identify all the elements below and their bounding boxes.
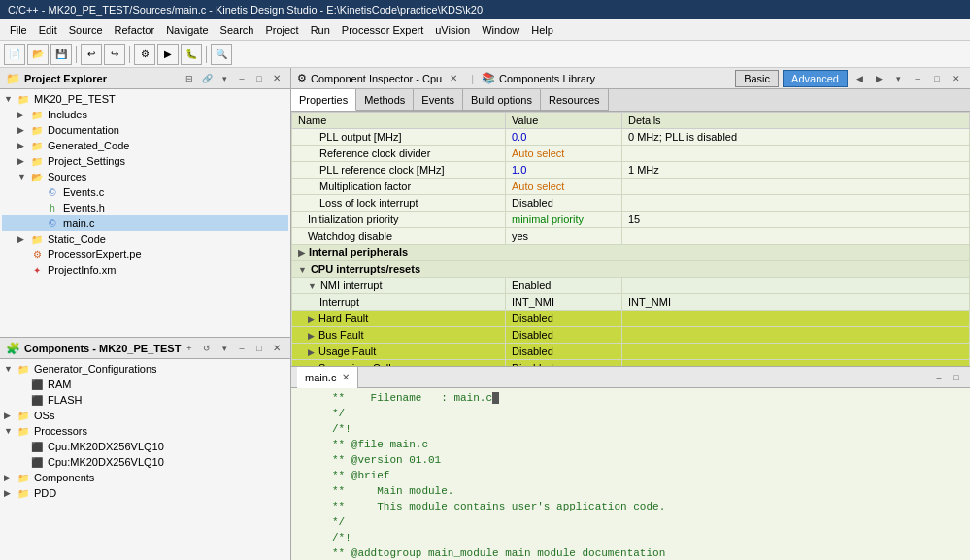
components-tree[interactable]: ▼ 📁 Generator_Configurations ⬛ RAM ⬛ FLA… [0, 359, 290, 560]
toolbar-redo[interactable]: ↪ [104, 44, 125, 65]
tree-project-settings[interactable]: ▶ 📁 Project_Settings [2, 153, 288, 169]
inspector-nav-prev[interactable]: ◀ [852, 71, 867, 86]
components-max-icon[interactable]: □ [251, 341, 267, 356]
menu-file[interactable]: File [4, 22, 33, 38]
comp-gen-config[interactable]: ▼ 📁 Generator_Configurations [2, 361, 288, 377]
collapse-all-icon[interactable]: ⊟ [182, 71, 197, 86]
pdd-label: PDD [34, 487, 56, 499]
menu-source[interactable]: Source [63, 22, 109, 38]
components-folder-icon: 📁 [16, 471, 31, 484]
hard-fault-value[interactable]: Disabled [506, 311, 622, 327]
internal-peripherals-name[interactable]: ▶Internal peripherals [292, 245, 970, 261]
components-close-icon[interactable]: ✕ [269, 341, 284, 356]
tree-main-c[interactable]: © main.c [2, 215, 288, 231]
inspector-menu[interactable]: ▾ [890, 71, 906, 86]
nmi-sub-interrupt-value[interactable]: INT_NMI [506, 294, 622, 311]
tree-includes[interactable]: ▶ 📁 Includes [2, 107, 288, 122]
menu-navigate[interactable]: Navigate [160, 22, 214, 38]
line-num-5 [295, 468, 324, 483]
components-view-icon[interactable]: ▾ [217, 341, 232, 356]
comp-pdd[interactable]: ▶ 📁 PDD [2, 485, 288, 501]
cpu-interrupts-name[interactable]: ▼CPU interrupts/resets [292, 261, 970, 278]
loss-lock-value[interactable]: Disabled [506, 195, 622, 212]
components-refresh-icon[interactable]: ↺ [199, 341, 215, 356]
components-min-icon[interactable]: – [234, 341, 250, 356]
nmi-interrupt-name[interactable]: ▼NMI interrupt [292, 278, 506, 294]
project-tree[interactable]: ▼ 📁 MK20_PE_TEST ▶ 📁 Includes ▶ 📁 Docume… [0, 89, 290, 337]
tab-methods[interactable]: Methods [356, 89, 414, 111]
usage-fault-name[interactable]: ▶Usage Fault [292, 344, 506, 360]
menu-run[interactable]: Run [305, 22, 336, 38]
toolbar-debug[interactable]: 🐛 [181, 44, 202, 65]
hard-fault-name[interactable]: ▶Hard Fault [292, 311, 506, 327]
editor-body[interactable]: ** Filename : main.c */ /*! ** @file mai… [291, 388, 970, 560]
menu-project[interactable]: Project [259, 22, 304, 38]
close-icon[interactable]: ✕ [269, 71, 284, 86]
tab-build-options[interactable]: Build options [463, 89, 541, 111]
bus-fault-value[interactable]: Disabled [506, 327, 622, 344]
basic-toggle-btn[interactable]: Basic [735, 70, 779, 87]
menu-window[interactable]: Window [476, 22, 525, 38]
components-add-icon[interactable]: + [182, 341, 197, 356]
tab-events[interactable]: Events [414, 89, 463, 111]
toolbar-build[interactable]: ⚙ [134, 44, 155, 65]
menu-uvision[interactable]: uVision [429, 22, 476, 38]
tree-project-info-xml[interactable]: ✦ ProjectInfo.xml [2, 262, 288, 278]
comp-components[interactable]: ▶ 📁 Components [2, 470, 288, 485]
view-menu-icon[interactable]: ▾ [217, 71, 232, 86]
inspector-nav-next[interactable]: ▶ [871, 71, 886, 86]
toolbar-save[interactable]: 💾 [50, 44, 72, 65]
tab-resources[interactable]: Resources [541, 89, 609, 111]
comp-ram[interactable]: ⬛ RAM [2, 377, 288, 392]
minimize-icon[interactable]: – [234, 71, 250, 86]
comp-flash[interactable]: ⬛ FLASH [2, 392, 288, 408]
inspector-min[interactable]: – [910, 71, 925, 86]
menu-search[interactable]: Search [215, 22, 260, 38]
inspector-max[interactable]: □ [929, 71, 945, 86]
nmi-arrow: ▼ [308, 281, 317, 291]
comp-oss[interactable]: ▶ 📁 OSs [2, 408, 288, 423]
pll-ref-clock-value[interactable]: 1.0 [506, 162, 622, 179]
editor-tab-main-c[interactable]: main.c ✕ [297, 367, 358, 388]
menu-edit[interactable]: Edit [33, 22, 63, 38]
nmi-interrupt-value[interactable]: Enabled [506, 278, 622, 294]
properties-panel[interactable]: Name Value Details PLL output [MHz] 0.0 … [291, 112, 970, 366]
comp-processors[interactable]: ▼ 📁 Processors [2, 423, 288, 439]
tree-processor-expert-pe[interactable]: ⚙ ProcessorExpert.pe [2, 247, 288, 262]
comp-cpu2[interactable]: ⬛ Cpu:MK20DX256VLQ10 [2, 454, 288, 470]
tree-static-code[interactable]: ▶ 📁 Static_Code [2, 231, 288, 247]
toolbar-search[interactable]: 🔍 [211, 44, 232, 65]
tree-events-c[interactable]: © Events.c [2, 184, 288, 200]
init-priority-value[interactable]: minimal priority [506, 212, 622, 228]
tree-events-h[interactable]: h Events.h [2, 200, 288, 215]
tree-root[interactable]: ▼ 📁 MK20_PE_TEST [2, 91, 288, 107]
link-editor-icon[interactable]: 🔗 [199, 71, 215, 86]
toolbar-new[interactable]: 📄 [4, 44, 25, 65]
bus-fault-name[interactable]: ▶Bus Fault [292, 327, 506, 344]
tree-sources[interactable]: ▼ 📂 Sources [2, 169, 288, 184]
watchdog-value[interactable]: yes [506, 228, 622, 245]
maximize-icon[interactable]: □ [251, 71, 267, 86]
mult-factor-value[interactable]: Auto select [506, 179, 622, 195]
toolbar-run[interactable]: ▶ [157, 44, 179, 65]
inspector-close-btn[interactable]: ✕ [949, 71, 964, 86]
menu-refactor[interactable]: Refactor [109, 22, 161, 38]
tab-properties[interactable]: Properties [291, 89, 356, 111]
advanced-toggle-btn[interactable]: Advanced [783, 70, 848, 87]
editor-max-icon[interactable]: □ [949, 370, 964, 385]
pll-output-value[interactable]: 0.0 [506, 129, 622, 146]
tree-generated-code[interactable]: ▶ 📁 Generated_Code [2, 138, 288, 153]
inspector-close-icon[interactable]: ✕ [450, 73, 457, 83]
project-settings-folder-icon: 📁 [29, 154, 45, 168]
toolbar-open[interactable]: 📂 [27, 44, 49, 65]
menu-help[interactable]: Help [525, 22, 559, 38]
properties-table: Name Value Details PLL output [MHz] 0.0 … [291, 112, 970, 366]
tree-documentation[interactable]: ▶ 📁 Documentation [2, 122, 288, 138]
editor-min-icon[interactable]: – [931, 370, 947, 385]
menu-processor-expert[interactable]: Processor Expert [336, 22, 429, 38]
ref-clock-div-value[interactable]: Auto select [506, 146, 622, 162]
usage-fault-value[interactable]: Disabled [506, 344, 622, 360]
toolbar-undo[interactable]: ↩ [81, 44, 102, 65]
editor-tab-close[interactable]: ✕ [342, 372, 350, 382]
comp-cpu1[interactable]: ⬛ Cpu:MK20DX256VLQ10 [2, 439, 288, 454]
